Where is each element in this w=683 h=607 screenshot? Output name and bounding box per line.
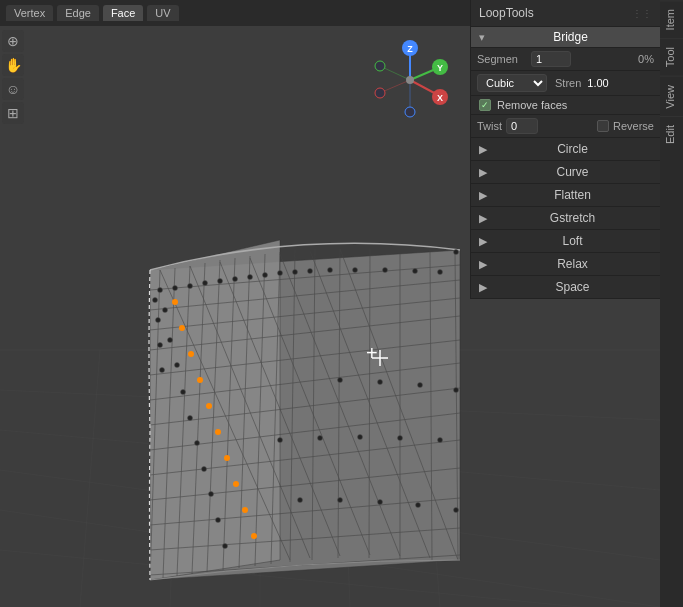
svg-point-50 xyxy=(172,299,178,305)
svg-point-61 xyxy=(173,286,178,291)
tool-arrow-icon: ▶ xyxy=(479,166,487,179)
svg-line-116 xyxy=(382,80,410,92)
svg-point-88 xyxy=(318,436,323,441)
svg-point-84 xyxy=(209,492,214,497)
svg-point-64 xyxy=(218,279,223,284)
tool-item-relax[interactable]: ▶ Relax xyxy=(471,253,660,276)
svg-point-72 xyxy=(353,268,358,273)
crosshair xyxy=(370,348,386,364)
svg-point-52 xyxy=(188,351,194,357)
tool-arrow-icon: ▶ xyxy=(479,143,487,156)
strength-value: 1.00 xyxy=(587,77,608,89)
segments-label: Segmen xyxy=(477,53,527,65)
tool-arrow-icon: ▶ xyxy=(479,212,487,225)
uv-tab[interactable]: UV xyxy=(147,5,178,21)
svg-point-100 xyxy=(454,508,459,513)
grab-tool-button[interactable]: ✋ xyxy=(2,54,24,76)
svg-point-76 xyxy=(454,250,459,255)
bridge-label: Bridge xyxy=(489,30,652,44)
face-tab[interactable]: Face xyxy=(103,5,143,21)
panel-header: LoopTools ⋮⋮ xyxy=(471,0,660,27)
svg-point-62 xyxy=(188,284,193,289)
tool-name-label: Circle xyxy=(493,142,652,156)
svg-point-82 xyxy=(195,441,200,446)
svg-point-79 xyxy=(175,363,180,368)
tools-list: ▶ Circle ▶ Curve ▶ Flatten ▶ Gstretch ▶ … xyxy=(471,138,660,299)
segments-input[interactable] xyxy=(531,51,571,67)
edge-tab[interactable]: Edge xyxy=(57,5,99,21)
tool-arrow-icon: ▶ xyxy=(479,235,487,248)
tool-item-curve[interactable]: ▶ Curve xyxy=(471,161,660,184)
svg-point-54 xyxy=(206,403,212,409)
remove-faces-row: ✓ Remove faces xyxy=(471,96,660,115)
tool-item-flatten[interactable]: ▶ Flatten xyxy=(471,184,660,207)
sidebar-tab-edit[interactable]: Edit xyxy=(660,116,683,152)
svg-text:X: X xyxy=(437,93,443,103)
tool-name-label: Loft xyxy=(493,234,652,248)
tool-name-label: Space xyxy=(493,280,652,294)
svg-point-90 xyxy=(398,436,403,441)
svg-point-115 xyxy=(405,107,415,117)
svg-point-68 xyxy=(278,271,283,276)
tool-item-space[interactable]: ▶ Space xyxy=(471,276,660,299)
tool-arrow-icon: ▶ xyxy=(479,258,487,271)
svg-point-74 xyxy=(413,269,418,274)
svg-point-86 xyxy=(223,544,228,549)
svg-point-102 xyxy=(156,318,161,323)
svg-point-92 xyxy=(338,378,343,383)
cubic-select[interactable]: Cubic xyxy=(477,74,547,92)
svg-point-80 xyxy=(181,390,186,395)
svg-point-91 xyxy=(438,438,443,443)
svg-point-63 xyxy=(203,281,208,286)
svg-point-70 xyxy=(308,269,313,274)
svg-point-95 xyxy=(454,388,459,393)
segments-percent: 0% xyxy=(638,53,654,65)
svg-point-71 xyxy=(328,268,333,273)
svg-point-85 xyxy=(216,518,221,523)
svg-point-87 xyxy=(278,438,283,443)
svg-point-60 xyxy=(158,288,163,293)
grid-tool-button[interactable]: ⊞ xyxy=(2,102,24,124)
panel-drag-handle[interactable]: ⋮⋮ xyxy=(632,8,652,19)
remove-faces-checkbox[interactable]: ✓ xyxy=(479,99,491,111)
tool-item-gstretch[interactable]: ▶ Gstretch xyxy=(471,207,660,230)
add-tool-button[interactable]: ⊕ xyxy=(2,30,24,52)
svg-line-118 xyxy=(382,67,410,80)
svg-point-67 xyxy=(263,273,268,278)
svg-point-69 xyxy=(293,270,298,275)
segments-row: Segmen 0% xyxy=(471,48,660,71)
tool-item-loft[interactable]: ▶ Loft xyxy=(471,230,660,253)
vertex-tab[interactable]: Vertex xyxy=(6,5,53,21)
twist-input[interactable] xyxy=(506,118,538,134)
svg-point-104 xyxy=(160,368,165,373)
svg-point-66 xyxy=(248,275,253,280)
svg-point-93 xyxy=(378,380,383,385)
bridge-arrow-icon: ▾ xyxy=(479,31,485,44)
svg-point-55 xyxy=(215,429,221,435)
svg-point-81 xyxy=(188,416,193,421)
cursor-tool-button[interactable]: ☺ xyxy=(2,78,24,100)
twist-label: Twist xyxy=(477,120,502,132)
axis-widget[interactable]: Z Y X xyxy=(370,40,450,120)
cubic-row: Cubic Stren 1.00 xyxy=(471,71,660,96)
svg-point-73 xyxy=(383,268,388,273)
sidebar-tab-item[interactable]: Item xyxy=(660,0,683,38)
sidebar-tab-view[interactable]: View xyxy=(660,76,683,117)
svg-point-58 xyxy=(242,507,248,513)
tool-name-label: Relax xyxy=(493,257,652,271)
svg-point-65 xyxy=(233,277,238,282)
bridge-active-item[interactable]: ▾ Bridge xyxy=(471,27,660,48)
sidebar-tab-tool[interactable]: Tool xyxy=(660,38,683,75)
reverse-label: Reverse xyxy=(613,120,654,132)
svg-point-98 xyxy=(378,500,383,505)
svg-point-117 xyxy=(375,88,385,98)
reverse-checkbox[interactable] xyxy=(597,120,609,132)
left-toolbar: ⊕ ✋ ☺ ⊞ xyxy=(0,26,26,128)
svg-point-101 xyxy=(153,298,158,303)
svg-point-97 xyxy=(338,498,343,503)
panel-title: LoopTools xyxy=(479,6,534,20)
tool-item-circle[interactable]: ▶ Circle xyxy=(471,138,660,161)
looptools-panel: LoopTools ⋮⋮ ▾ Bridge Segmen 0% Cubic St… xyxy=(470,0,660,299)
svg-point-77 xyxy=(163,308,168,313)
svg-point-51 xyxy=(179,325,185,331)
